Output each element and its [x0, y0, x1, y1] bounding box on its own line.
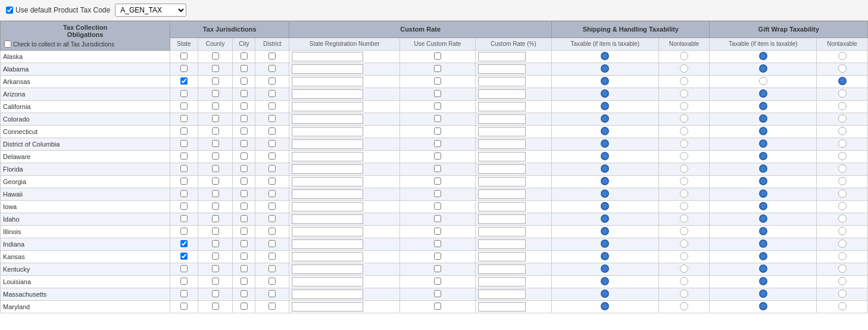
- use-custom-rate-cell[interactable]: [400, 126, 476, 138]
- sh-taxable-selected-icon[interactable]: [601, 252, 609, 260]
- gw-nontaxable-icon[interactable]: [838, 89, 847, 98]
- city-checkbox-cell[interactable]: [233, 301, 255, 313]
- city-checkbox-cell[interactable]: [233, 263, 255, 276]
- sh-nontaxable-icon[interactable]: [680, 177, 688, 185]
- use-custom-rate-checkbox[interactable]: [434, 102, 441, 110]
- district-checkbox[interactable]: [268, 303, 276, 310]
- gw-taxable-selected-icon[interactable]: [759, 227, 767, 235]
- gw-nontaxable-cell[interactable]: [817, 76, 868, 88]
- custom-rate-cell[interactable]: [475, 226, 551, 238]
- city-checkbox[interactable]: [241, 203, 248, 210]
- state-checkbox[interactable]: [180, 102, 188, 110]
- district-checkbox[interactable]: [268, 178, 276, 185]
- state-checkbox-cell[interactable]: [170, 201, 198, 213]
- use-custom-rate-checkbox[interactable]: [434, 90, 441, 97]
- gw-taxable-cell[interactable]: [710, 126, 817, 138]
- gw-nontaxable-icon[interactable]: [838, 264, 847, 273]
- check-all-checkbox[interactable]: [4, 41, 11, 48]
- gw-taxable-cell[interactable]: [710, 201, 817, 213]
- reg-number-cell[interactable]: [289, 88, 400, 101]
- county-checkbox-cell[interactable]: [198, 201, 233, 213]
- gw-taxable-selected-icon[interactable]: [759, 152, 767, 160]
- county-checkbox[interactable]: [212, 290, 219, 297]
- county-checkbox-cell[interactable]: [198, 263, 233, 276]
- city-checkbox[interactable]: [241, 290, 248, 297]
- custom-rate-input[interactable]: [478, 164, 526, 174]
- use-custom-rate-cell[interactable]: [400, 251, 476, 263]
- custom-rate-cell[interactable]: [475, 88, 551, 101]
- custom-rate-cell[interactable]: [475, 188, 551, 201]
- state-checkbox[interactable]: [180, 278, 188, 285]
- use-custom-rate-cell[interactable]: [400, 276, 476, 288]
- gw-nontaxable-icon[interactable]: [838, 77, 847, 85]
- sh-taxable-selected-icon[interactable]: [601, 177, 609, 185]
- district-checkbox-cell[interactable]: [255, 213, 289, 226]
- county-checkbox-cell[interactable]: [198, 238, 233, 251]
- district-checkbox[interactable]: [268, 253, 276, 260]
- county-checkbox[interactable]: [212, 152, 219, 160]
- sh-taxable-cell[interactable]: [552, 101, 659, 113]
- county-checkbox-cell[interactable]: [198, 288, 233, 301]
- district-checkbox[interactable]: [268, 165, 276, 172]
- custom-rate-input[interactable]: [478, 252, 526, 261]
- sh-nontaxable-icon[interactable]: [680, 239, 688, 248]
- state-checkbox[interactable]: [180, 90, 188, 97]
- sh-nontaxable-cell[interactable]: [658, 76, 710, 88]
- gw-nontaxable-icon[interactable]: [838, 289, 847, 298]
- reg-number-cell[interactable]: [289, 51, 400, 63]
- sh-nontaxable-icon[interactable]: [680, 277, 688, 285]
- sh-nontaxable-cell[interactable]: [658, 263, 710, 276]
- sh-nontaxable-cell[interactable]: [658, 163, 710, 176]
- reg-number-input[interactable]: [292, 77, 363, 86]
- gw-nontaxable-cell[interactable]: [817, 301, 868, 313]
- county-checkbox-cell[interactable]: [198, 126, 233, 138]
- custom-rate-cell[interactable]: [475, 138, 551, 151]
- county-checkbox[interactable]: [212, 228, 219, 235]
- sh-taxable-selected-icon[interactable]: [601, 64, 609, 73]
- use-custom-rate-cell[interactable]: [400, 151, 476, 163]
- district-checkbox-cell[interactable]: [255, 113, 289, 126]
- custom-rate-input[interactable]: [478, 302, 526, 312]
- custom-rate-cell[interactable]: [475, 101, 551, 113]
- sh-taxable-cell[interactable]: [552, 138, 659, 151]
- gw-nontaxable-cell[interactable]: [817, 251, 868, 263]
- state-checkbox[interactable]: [180, 65, 188, 72]
- district-checkbox-cell[interactable]: [255, 301, 289, 313]
- custom-rate-cell[interactable]: [475, 126, 551, 138]
- use-default-checkbox[interactable]: [6, 7, 13, 14]
- city-checkbox[interactable]: [241, 90, 248, 97]
- city-checkbox[interactable]: [241, 102, 248, 110]
- use-custom-rate-cell[interactable]: [400, 88, 476, 101]
- district-checkbox[interactable]: [268, 203, 276, 210]
- gw-taxable-cell[interactable]: [710, 113, 817, 126]
- district-checkbox[interactable]: [268, 278, 276, 285]
- state-checkbox-cell[interactable]: [170, 126, 198, 138]
- reg-number-input[interactable]: [292, 127, 363, 136]
- sh-taxable-cell[interactable]: [552, 213, 659, 226]
- sh-nontaxable-cell[interactable]: [658, 113, 710, 126]
- sh-taxable-cell[interactable]: [552, 238, 659, 251]
- city-checkbox-cell[interactable]: [233, 126, 255, 138]
- sh-taxable-selected-icon[interactable]: [601, 227, 609, 235]
- reg-number-cell[interactable]: [289, 163, 400, 176]
- sh-nontaxable-cell[interactable]: [658, 176, 710, 188]
- reg-number-cell[interactable]: [289, 138, 400, 151]
- sh-nontaxable-icon[interactable]: [680, 164, 688, 173]
- state-checkbox[interactable]: [180, 140, 188, 147]
- gw-taxable-selected-icon[interactable]: [759, 177, 767, 185]
- county-checkbox[interactable]: [212, 190, 219, 197]
- city-checkbox-cell[interactable]: [233, 176, 255, 188]
- gw-taxable-cell[interactable]: [710, 251, 817, 263]
- custom-rate-input[interactable]: [478, 102, 526, 111]
- city-checkbox[interactable]: [241, 152, 248, 160]
- use-custom-rate-checkbox[interactable]: [434, 65, 441, 72]
- reg-number-cell[interactable]: [289, 213, 400, 226]
- reg-number-cell[interactable]: [289, 76, 400, 88]
- gw-nontaxable-icon[interactable]: [838, 239, 847, 248]
- custom-rate-input[interactable]: [478, 152, 526, 161]
- reg-number-cell[interactable]: [289, 251, 400, 263]
- county-checkbox[interactable]: [212, 115, 219, 122]
- city-checkbox-cell[interactable]: [233, 226, 255, 238]
- gw-taxable-cell[interactable]: [710, 238, 817, 251]
- use-custom-rate-checkbox[interactable]: [434, 127, 441, 135]
